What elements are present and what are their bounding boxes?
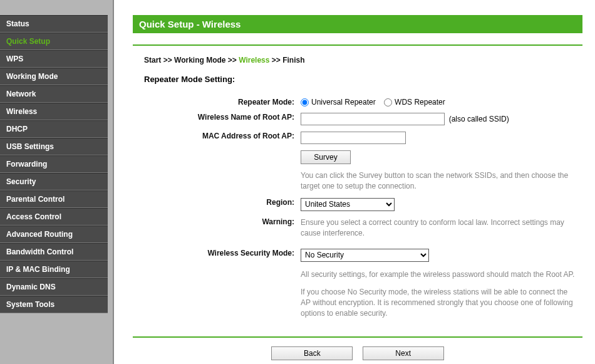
sidebar-item-forwarding[interactable]: Forwarding: [0, 155, 108, 173]
crumb-wireless: Wireless: [239, 56, 269, 65]
sidebar-divider: [108, 0, 114, 364]
region-label: Region:: [134, 195, 297, 214]
security-hint-1: All security settings, for example the w…: [298, 266, 581, 283]
sidebar-item-wps[interactable]: WPS: [0, 50, 108, 68]
security-mode-select[interactable]: No Security: [301, 249, 429, 262]
sidebar-item-network[interactable]: Network: [0, 85, 108, 103]
sidebar-item-ip-mac-binding[interactable]: IP & MAC Binding: [0, 261, 108, 278]
security-hint-2: If you choose No Security mode, the wire…: [298, 283, 581, 321]
radio-wds-text: WDS Repeater: [395, 98, 445, 107]
crumb-sep: >>: [228, 56, 237, 65]
sidebar-item-parental-control[interactable]: Parental Control: [0, 190, 108, 208]
separator-bottom: [133, 336, 582, 338]
crumb-sep: >>: [272, 56, 281, 65]
sidebar-item-quick-setup[interactable]: Quick Setup: [0, 33, 108, 50]
settings-form: Repeater Mode: Universal Repeater WDS Re…: [133, 94, 582, 323]
radio-universal-input[interactable]: [301, 98, 309, 107]
root-ap-name-label: Wireless Name of Root AP:: [134, 110, 297, 128]
region-select[interactable]: United States: [301, 198, 395, 211]
breadcrumb: Start >> Working Mode >> Wireless >> Fin…: [133, 53, 582, 71]
sidebar-item-usb-settings[interactable]: USB Settings: [0, 138, 108, 155]
back-button[interactable]: Back: [271, 346, 353, 360]
sidebar-item-advanced-routing[interactable]: Advanced Routing: [0, 226, 108, 243]
sidebar-item-working-mode[interactable]: Working Mode: [0, 68, 108, 85]
radio-wds-input[interactable]: [384, 98, 392, 107]
root-ap-name-input[interactable]: [301, 113, 445, 125]
page-title: Quick Setup - Wireless: [133, 15, 582, 33]
crumb-start: Start: [144, 56, 161, 65]
sidebar-item-status[interactable]: Status: [0, 15, 108, 33]
sidebar-item-system-tools[interactable]: System Tools: [0, 296, 108, 313]
main-panel: Quick Setup - Wireless Start >> Working …: [114, 0, 595, 364]
action-bar: Back Next: [133, 344, 582, 364]
crumb-working-mode: Working Mode: [174, 56, 225, 65]
repeater-mode-label: Repeater Mode:: [134, 95, 297, 109]
radio-universal-repeater[interactable]: Universal Repeater: [301, 98, 376, 107]
sidebar-item-wireless[interactable]: Wireless: [0, 103, 108, 120]
separator: [133, 44, 582, 46]
survey-button[interactable]: Survey: [301, 150, 351, 164]
section-title: Repeater Mode Setting:: [133, 71, 582, 94]
ssid-hint: (also called SSID): [449, 115, 509, 123]
next-button[interactable]: Next: [363, 346, 444, 360]
survey-hint: You can click the Survey button to scan …: [298, 168, 581, 194]
radio-universal-text: Universal Repeater: [311, 98, 376, 107]
sidebar-item-security[interactable]: Security: [0, 173, 108, 190]
sidebar-item-access-control[interactable]: Access Control: [0, 208, 108, 226]
security-mode-label: Wireless Security Mode:: [134, 242, 297, 264]
sidebar-item-bandwidth-control[interactable]: Bandwidth Control: [0, 243, 108, 261]
warning-text: Ensure you select a correct country to c…: [298, 215, 581, 241]
radio-wds-repeater[interactable]: WDS Repeater: [384, 98, 445, 107]
root-ap-mac-input[interactable]: [301, 132, 406, 144]
root-ap-mac-label: MAC Address of Root AP:: [134, 129, 297, 147]
crumb-finish: Finish: [282, 56, 304, 65]
crumb-sep: >>: [163, 56, 172, 65]
sidebar-item-dynamic-dns[interactable]: Dynamic DNS: [0, 278, 108, 296]
sidebar-item-dhcp[interactable]: DHCP: [0, 120, 108, 138]
warning-label: Warning:: [134, 215, 297, 241]
sidebar: StatusQuick SetupWPSWorking ModeNetworkW…: [0, 0, 108, 364]
